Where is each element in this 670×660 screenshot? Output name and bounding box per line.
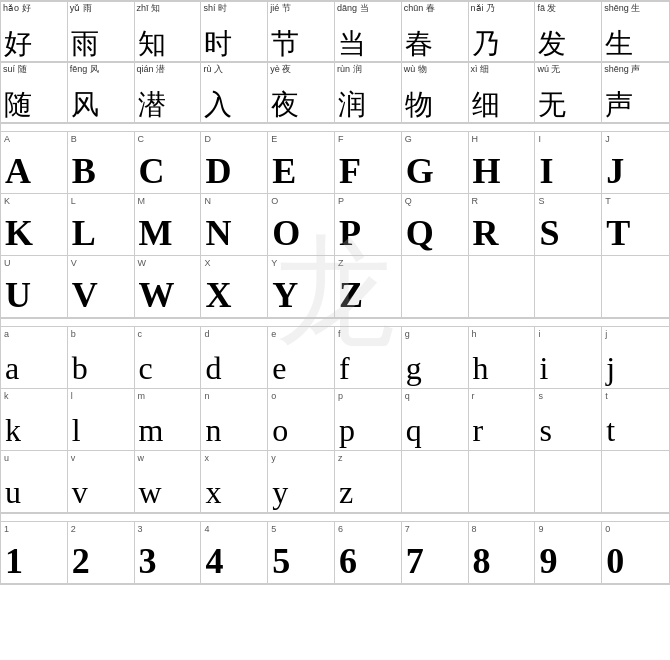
pinyin-label: yè 夜: [270, 65, 291, 75]
uppercase-cell: NN: [201, 194, 268, 256]
hanzi-char: 物: [405, 91, 433, 119]
lowercase-cell: mm: [135, 389, 202, 451]
uppercase-cell: TT: [602, 194, 669, 256]
pinyin-label: fēng 风: [70, 65, 99, 75]
pinyin-label: wú 无: [537, 65, 560, 75]
chinese-cell: jié 节节: [268, 2, 335, 62]
letter-index: L: [71, 196, 76, 206]
letter-char: W: [139, 277, 175, 313]
letter-index: z: [338, 453, 343, 463]
letter-char: S: [539, 215, 559, 251]
letter-char: b: [72, 352, 88, 384]
uppercase-cell: LL: [68, 194, 135, 256]
letter-char: I: [539, 153, 553, 189]
letter-char: P: [339, 215, 361, 251]
letter-index: v: [71, 453, 76, 463]
number-row: 11223344556677889900: [1, 522, 669, 584]
number-cell: 99: [535, 522, 602, 584]
letter-char: c: [139, 352, 153, 384]
number-char: 6: [339, 543, 357, 579]
letter-char: V: [72, 277, 98, 313]
hanzi-char: 无: [538, 91, 566, 119]
pinyin-label: jié 节: [270, 4, 291, 14]
letter-index: E: [271, 134, 277, 144]
pinyin-label: shēng 声: [604, 65, 640, 75]
chinese-cell: shēng 生生: [602, 2, 669, 62]
hanzi-char: 声: [605, 91, 633, 119]
letter-char: C: [139, 153, 165, 189]
number-index: 0: [605, 524, 610, 534]
hanzi-char: 生: [605, 30, 633, 58]
lowercase-cell: ff: [335, 327, 402, 389]
chinese-cell: chūn 春春: [402, 2, 469, 62]
hanzi-char: 细: [472, 91, 500, 119]
letter-index: B: [71, 134, 77, 144]
letter-index: Z: [338, 258, 344, 268]
letter-index: b: [71, 329, 76, 339]
hanzi-char: 夜: [271, 91, 299, 119]
letter-char: Q: [406, 215, 434, 251]
letter-index: d: [204, 329, 209, 339]
lowercase-cell: aa: [1, 327, 68, 389]
letter-char: s: [539, 414, 551, 446]
pinyin-label: shí 时: [203, 4, 227, 14]
pinyin-label: qián 潜: [137, 65, 166, 75]
number-index: 6: [338, 524, 343, 534]
uppercase-section: AABBCCDDEEFFGGHHIIJJ KKLLMMNNOOPPQQRRSST…: [1, 132, 669, 319]
chinese-cell: yǔ 雨雨: [68, 2, 135, 62]
letter-index: U: [4, 258, 11, 268]
letter-index: c: [138, 329, 143, 339]
letter-index: S: [538, 196, 544, 206]
letter-char: H: [473, 153, 501, 189]
uppercase-cell: EE: [268, 132, 335, 194]
letter-char: J: [606, 153, 624, 189]
lowercase-cell: uu: [1, 451, 68, 513]
number-cell: 11: [1, 522, 68, 584]
uppercase-cell: JJ: [602, 132, 669, 194]
letter-index: W: [138, 258, 147, 268]
uppercase-row-3: UUVVWWXXYYZZ: [1, 256, 669, 318]
chinese-cell: rù 入入: [201, 63, 268, 123]
chinese-cell: fēng 风风: [68, 63, 135, 123]
letter-char: m: [139, 414, 164, 446]
lowercase-cell: bb: [68, 327, 135, 389]
chinese-cell: yè 夜夜: [268, 63, 335, 123]
empty-cell: [402, 451, 469, 513]
letter-index: G: [405, 134, 412, 144]
empty-cell: [535, 451, 602, 513]
letter-char: w: [139, 476, 162, 508]
letter-char: p: [339, 414, 355, 446]
letter-char: n: [205, 414, 221, 446]
letter-char: z: [339, 476, 353, 508]
letter-char: L: [72, 215, 96, 251]
chinese-cell: rùn 润润: [335, 63, 402, 123]
hanzi-char: 随: [4, 91, 32, 119]
uppercase-cell: QQ: [402, 194, 469, 256]
number-index: 8: [472, 524, 477, 534]
letter-index: t: [605, 391, 608, 401]
lowercase-section: aabbccddeeffgghhiijj kkllmmnnooppqqrrsst…: [1, 327, 669, 514]
pinyin-label: rù 入: [203, 65, 223, 75]
letter-char: N: [205, 215, 231, 251]
number-char: 8: [473, 543, 491, 579]
number-char: 4: [205, 543, 223, 579]
letter-index: f: [338, 329, 341, 339]
pinyin-label: suí 随: [3, 65, 27, 75]
hanzi-char: 乃: [472, 30, 500, 58]
hanzi-char: 好: [4, 30, 32, 58]
letter-char: U: [5, 277, 31, 313]
chinese-cell: hǎo 好好: [1, 2, 68, 62]
letter-index: C: [138, 134, 145, 144]
letter-index: m: [138, 391, 146, 401]
letter-char: G: [406, 153, 434, 189]
lowercase-cell: vv: [68, 451, 135, 513]
number-cell: 55: [268, 522, 335, 584]
letter-index: u: [4, 453, 9, 463]
letter-char: r: [473, 414, 484, 446]
lowercase-cell: jj: [602, 327, 669, 389]
lowercase-cell: rr: [469, 389, 536, 451]
letter-index: K: [4, 196, 10, 206]
letter-index: N: [204, 196, 211, 206]
chinese-cell: fā 发发: [535, 2, 602, 62]
hanzi-char: 当: [338, 30, 366, 58]
